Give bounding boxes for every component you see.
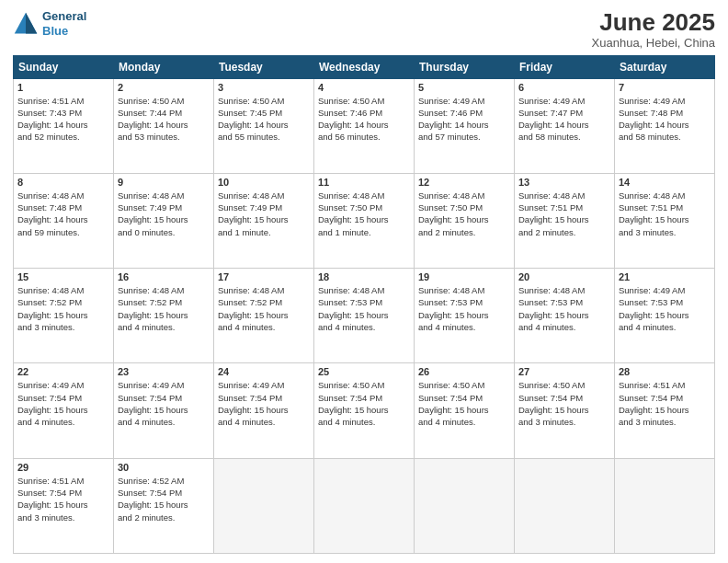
day-cell: 13Sunrise: 4:48 AMSunset: 7:51 PMDayligh… [515, 173, 615, 268]
day-number: 9 [118, 177, 210, 188]
day-number: 18 [318, 271, 410, 282]
day-cell: 9Sunrise: 4:48 AMSunset: 7:49 PMDaylight… [114, 173, 214, 268]
title-block: June 2025 Xuanhua, Hebei, China [592, 9, 715, 50]
day-number: 17 [218, 271, 310, 282]
day-number: 26 [418, 366, 510, 377]
cell-info: Sunrise: 4:49 AMSunset: 7:47 PMDaylight:… [518, 95, 610, 144]
day-cell: 12Sunrise: 4:48 AMSunset: 7:50 PMDayligh… [415, 173, 515, 268]
day-number: 11 [318, 177, 410, 188]
day-number: 25 [318, 366, 410, 377]
day-number: 20 [518, 271, 610, 282]
header-monday: Monday [114, 55, 214, 78]
week-row-1: 1Sunrise: 4:51 AMSunset: 7:43 PMDaylight… [14, 78, 715, 173]
cell-info: Sunrise: 4:52 AMSunset: 7:54 PMDaylight:… [118, 475, 210, 523]
cell-info: Sunrise: 4:51 AMSunset: 7:43 PMDaylight:… [17, 95, 109, 144]
day-cell [515, 458, 615, 553]
day-cell: 19Sunrise: 4:48 AMSunset: 7:53 PMDayligh… [415, 269, 515, 363]
day-number: 4 [318, 82, 410, 93]
day-number: 8 [17, 177, 109, 188]
cell-info: Sunrise: 4:48 AMSunset: 7:53 PMDaylight:… [418, 284, 510, 333]
day-cell: 18Sunrise: 4:48 AMSunset: 7:53 PMDayligh… [314, 269, 415, 363]
day-cell: 21Sunrise: 4:49 AMSunset: 7:53 PMDayligh… [615, 269, 715, 363]
main-title: June 2025 [592, 9, 715, 36]
day-number: 6 [518, 82, 610, 93]
cell-info: Sunrise: 4:48 AMSunset: 7:53 PMDaylight:… [518, 284, 610, 333]
cell-info: Sunrise: 4:49 AMSunset: 7:46 PMDaylight:… [418, 95, 510, 144]
cell-info: Sunrise: 4:50 AMSunset: 7:54 PMDaylight:… [518, 379, 610, 428]
day-number: 7 [619, 82, 711, 93]
svg-marker-1 [26, 12, 37, 33]
day-number: 12 [418, 177, 510, 188]
cell-info: Sunrise: 4:49 AMSunset: 7:53 PMDaylight:… [619, 284, 711, 333]
day-number: 1 [17, 82, 109, 93]
day-cell: 3Sunrise: 4:50 AMSunset: 7:45 PMDaylight… [214, 78, 314, 173]
cell-info: Sunrise: 4:51 AMSunset: 7:54 PMDaylight:… [619, 379, 711, 428]
cell-info: Sunrise: 4:48 AMSunset: 7:49 PMDaylight:… [218, 190, 310, 238]
logo-line2: Blue [42, 24, 68, 38]
day-number: 10 [218, 177, 310, 188]
logo-line1: General [42, 9, 86, 23]
cell-info: Sunrise: 4:48 AMSunset: 7:52 PMDaylight:… [218, 284, 310, 333]
week-row-2: 8Sunrise: 4:48 AMSunset: 7:48 PMDaylight… [14, 173, 715, 268]
day-cell: 25Sunrise: 4:50 AMSunset: 7:54 PMDayligh… [314, 363, 415, 458]
cell-info: Sunrise: 4:49 AMSunset: 7:54 PMDaylight:… [118, 379, 210, 428]
cell-info: Sunrise: 4:48 AMSunset: 7:52 PMDaylight:… [118, 284, 210, 333]
cell-info: Sunrise: 4:50 AMSunset: 7:54 PMDaylight:… [318, 379, 410, 428]
day-number: 30 [118, 462, 210, 473]
cell-info: Sunrise: 4:48 AMSunset: 7:52 PMDaylight:… [17, 284, 109, 333]
day-number: 15 [17, 271, 109, 282]
day-cell: 1Sunrise: 4:51 AMSunset: 7:43 PMDaylight… [14, 78, 114, 173]
day-cell: 2Sunrise: 4:50 AMSunset: 7:44 PMDaylight… [114, 78, 214, 173]
day-cell: 10Sunrise: 4:48 AMSunset: 7:49 PMDayligh… [214, 173, 314, 268]
cell-info: Sunrise: 4:50 AMSunset: 7:45 PMDaylight:… [218, 95, 310, 144]
logo-text: General Blue [42, 9, 86, 38]
day-cell: 24Sunrise: 4:49 AMSunset: 7:54 PMDayligh… [214, 363, 314, 458]
day-number: 22 [17, 366, 109, 377]
calendar-header-row: SundayMondayTuesdayWednesdayThursdayFrid… [14, 55, 715, 78]
day-cell [615, 458, 715, 553]
day-number: 19 [418, 271, 510, 282]
header-wednesday: Wednesday [314, 55, 415, 78]
cell-info: Sunrise: 4:51 AMSunset: 7:54 PMDaylight:… [17, 475, 109, 523]
day-cell: 29Sunrise: 4:51 AMSunset: 7:54 PMDayligh… [14, 458, 114, 553]
cell-info: Sunrise: 4:49 AMSunset: 7:48 PMDaylight:… [619, 95, 711, 144]
day-number: 28 [619, 366, 711, 377]
header-sunday: Sunday [14, 55, 114, 78]
day-cell: 11Sunrise: 4:48 AMSunset: 7:50 PMDayligh… [314, 173, 415, 268]
cell-info: Sunrise: 4:48 AMSunset: 7:49 PMDaylight:… [118, 190, 210, 238]
cell-info: Sunrise: 4:49 AMSunset: 7:54 PMDaylight:… [17, 379, 109, 428]
cell-info: Sunrise: 4:48 AMSunset: 7:53 PMDaylight:… [318, 284, 410, 333]
cell-info: Sunrise: 4:50 AMSunset: 7:46 PMDaylight:… [318, 95, 410, 144]
day-number: 16 [118, 271, 210, 282]
day-number: 23 [118, 366, 210, 377]
top-header: General Blue June 2025 Xuanhua, Hebei, C… [13, 9, 715, 50]
day-cell: 15Sunrise: 4:48 AMSunset: 7:52 PMDayligh… [14, 269, 114, 363]
day-cell: 22Sunrise: 4:49 AMSunset: 7:54 PMDayligh… [14, 363, 114, 458]
day-cell: 4Sunrise: 4:50 AMSunset: 7:46 PMDaylight… [314, 78, 415, 173]
week-row-3: 15Sunrise: 4:48 AMSunset: 7:52 PMDayligh… [14, 269, 715, 363]
logo: General Blue [13, 9, 86, 38]
day-cell: 17Sunrise: 4:48 AMSunset: 7:52 PMDayligh… [214, 269, 314, 363]
cell-info: Sunrise: 4:48 AMSunset: 7:50 PMDaylight:… [418, 190, 510, 238]
cell-info: Sunrise: 4:49 AMSunset: 7:54 PMDaylight:… [218, 379, 310, 428]
cell-info: Sunrise: 4:48 AMSunset: 7:50 PMDaylight:… [318, 190, 410, 238]
day-cell: 26Sunrise: 4:50 AMSunset: 7:54 PMDayligh… [415, 363, 515, 458]
subtitle: Xuanhua, Hebei, China [592, 36, 715, 50]
day-cell: 16Sunrise: 4:48 AMSunset: 7:52 PMDayligh… [114, 269, 214, 363]
day-cell: 5Sunrise: 4:49 AMSunset: 7:46 PMDaylight… [415, 78, 515, 173]
header-thursday: Thursday [415, 55, 515, 78]
day-number: 2 [118, 82, 210, 93]
cell-info: Sunrise: 4:48 AMSunset: 7:48 PMDaylight:… [17, 190, 109, 238]
day-number: 3 [218, 82, 310, 93]
calendar-table: SundayMondayTuesdayWednesdayThursdayFrid… [13, 55, 715, 554]
header-friday: Friday [515, 55, 615, 78]
day-cell: 30Sunrise: 4:52 AMSunset: 7:54 PMDayligh… [114, 458, 214, 553]
cell-info: Sunrise: 4:50 AMSunset: 7:54 PMDaylight:… [418, 379, 510, 428]
day-number: 5 [418, 82, 510, 93]
day-number: 24 [218, 366, 310, 377]
day-cell: 7Sunrise: 4:49 AMSunset: 7:48 PMDaylight… [615, 78, 715, 173]
day-cell: 28Sunrise: 4:51 AMSunset: 7:54 PMDayligh… [615, 363, 715, 458]
header-saturday: Saturday [615, 55, 715, 78]
cell-info: Sunrise: 4:48 AMSunset: 7:51 PMDaylight:… [619, 190, 711, 238]
week-row-4: 22Sunrise: 4:49 AMSunset: 7:54 PMDayligh… [14, 363, 715, 458]
